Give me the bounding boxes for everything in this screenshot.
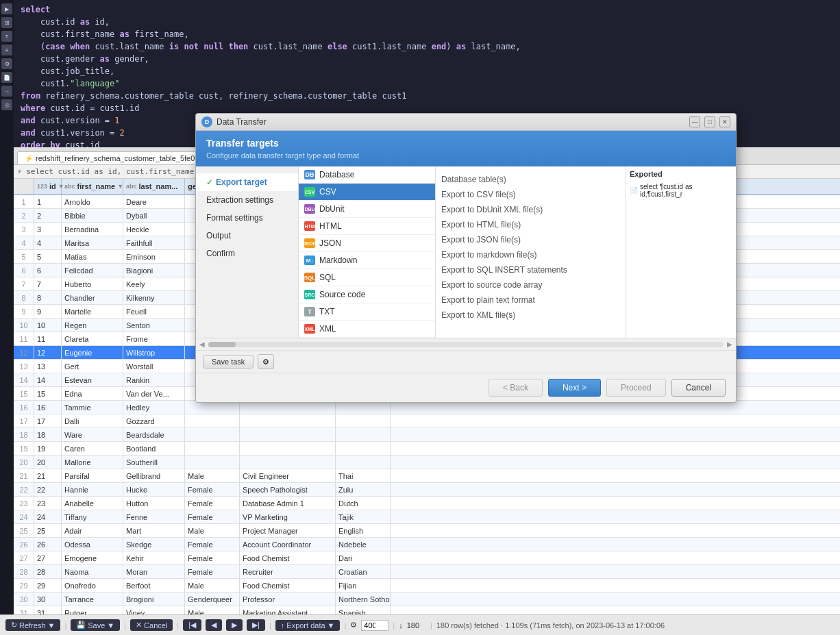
wizard-step-label-4: Output (206, 231, 231, 240)
format-item-dbunit[interactable]: DBU DbUnit (299, 201, 435, 218)
wizard-step-label-2: Extraction settings (206, 195, 273, 205)
save-task-area: Save task ⚙ (196, 350, 736, 373)
format-item-html[interactable]: HTM HTML (299, 218, 435, 235)
proceed-button[interactable]: Proceed (606, 379, 666, 397)
scroll-left-icon[interactable]: ◀ (199, 340, 205, 348)
modal-header-title: Transfer targets (206, 138, 726, 149)
modal-title-icon: D (201, 116, 212, 127)
wizard-step-export-target[interactable]: ✓ Export target (196, 173, 298, 191)
desc-txt: Export to plain text format (441, 292, 620, 308)
modal-titlebar: D Data Transfer — □ ✕ (196, 114, 736, 131)
wizard-step-format[interactable]: Format settings (196, 209, 298, 227)
wizard-step-label-5: Confirm (206, 249, 235, 258)
format-label-csv: CSV (319, 187, 336, 197)
json-icon: JSON (304, 238, 315, 248)
modal-body: ✓ Export target Extraction settings Form… (196, 166, 736, 338)
sql-icon: SQL (304, 273, 315, 282)
desc-sql: Export to SQL INSERT statements (441, 262, 620, 277)
next-button[interactable]: Next > (548, 379, 601, 397)
xml-icon: XML (304, 324, 315, 334)
wizard-nav: ✓ Export target Extraction settings Form… (196, 166, 299, 338)
format-item-database[interactable]: DB Database (299, 166, 435, 184)
scroll-right-icon[interactable]: ▶ (727, 340, 732, 348)
exported-item-1: 📄 select ¶cust.id as id,¶cust.first_r (630, 182, 732, 199)
wizard-step-extraction[interactable]: Extraction settings (196, 191, 298, 209)
exported-panel: Exported 📄 select ¶cust.id as id,¶cust.f… (626, 166, 736, 338)
dbunit-icon: DBU (304, 204, 315, 214)
exported-header-label: Exported (630, 170, 732, 178)
format-label-database: Database (319, 170, 354, 179)
check-icon: ✓ (206, 178, 212, 187)
format-item-csv[interactable]: CSV CSV (299, 184, 435, 201)
source-code-icon: SRC (304, 290, 315, 299)
desc-json: Export to JSON file(s) (441, 232, 620, 247)
data-transfer-modal: D Data Transfer — □ ✕ Transfer targets C… (195, 113, 737, 403)
description-panel: Database table(s) Export to CSV file(s) … (436, 166, 626, 338)
format-list: DB Database CSV CSV DBU DbUnit (299, 166, 436, 338)
format-item-markdown[interactable]: M↓ Markdown (299, 252, 435, 269)
save-task-button[interactable]: Save task (203, 355, 254, 369)
format-item-txt[interactable]: T TXT (299, 303, 435, 321)
format-label-xml: XML (319, 324, 336, 334)
modal-header-subtitle: Configure data transfer target type and … (206, 151, 726, 160)
format-label-source-code: Source code (319, 290, 365, 299)
format-item-source-code[interactable]: SRC Source code (299, 286, 435, 303)
database-icon: DB (304, 170, 315, 179)
save-task-icon-button[interactable]: ⚙ (258, 354, 274, 369)
format-item-xml[interactable]: XML XML (299, 321, 435, 338)
modal-title: Data Transfer (217, 117, 685, 127)
desc-csv: Export to CSV file(s) (441, 187, 620, 202)
desc-dbunit: Export to DbUnit XML file(s) (441, 202, 620, 217)
format-item-sql[interactable]: SQL SQL (299, 269, 435, 286)
exported-item-text: select ¶cust.id as id,¶cust.first_r (640, 183, 732, 198)
exported-item-icon: 📄 (630, 187, 638, 195)
desc-database: Database table(s) (441, 172, 620, 187)
format-label-markdown: Markdown (319, 256, 357, 265)
modal-footer: < Back Next > Proceed Cancel (196, 373, 736, 402)
txt-icon: T (304, 307, 315, 316)
html-icon: HTM (304, 221, 315, 231)
modal-scrollbar-area: ◀ ▶ (196, 338, 736, 350)
format-label-dbunit: DbUnit (319, 204, 345, 214)
content-area: DB Database CSV CSV DBU DbUnit (299, 166, 736, 338)
desc-source-code: Export to source code array (441, 277, 620, 292)
wizard-step-output[interactable]: Output (196, 227, 298, 245)
modal-header: Transfer targets Configure data transfer… (196, 131, 736, 166)
back-button[interactable]: < Back (489, 379, 543, 397)
modal-overlay: D Data Transfer — □ ✕ Transfer targets C… (0, 0, 840, 635)
format-label-json: JSON (319, 238, 341, 248)
cancel-button-modal[interactable]: Cancel (671, 379, 726, 397)
markdown-icon: M↓ (304, 256, 315, 265)
scrollbar-thumb[interactable] (208, 342, 236, 347)
csv-icon: CSV (304, 187, 315, 197)
modal-minimize-button[interactable]: — (689, 116, 700, 127)
format-label-txt: TXT (319, 307, 335, 316)
format-label-sql: SQL (319, 273, 336, 282)
wizard-step-label-1: Export target (216, 177, 267, 187)
format-item-json[interactable]: JSON JSON (299, 235, 435, 252)
format-label-html: HTML (319, 221, 342, 231)
scrollbar-track (208, 342, 724, 347)
desc-html: Export to HTML file(s) (441, 217, 620, 232)
wizard-step-label-3: Format settings (206, 213, 263, 223)
modal-maximize-button[interactable]: □ (704, 116, 715, 127)
wizard-step-confirm[interactable]: Confirm (196, 245, 298, 262)
desc-xml: Export to XML file(s) (441, 308, 620, 323)
save-task-dropdown-icon: ⚙ (262, 358, 269, 366)
desc-markdown: Export to markdown file(s) (441, 247, 620, 262)
modal-close-button[interactable]: ✕ (719, 116, 730, 127)
